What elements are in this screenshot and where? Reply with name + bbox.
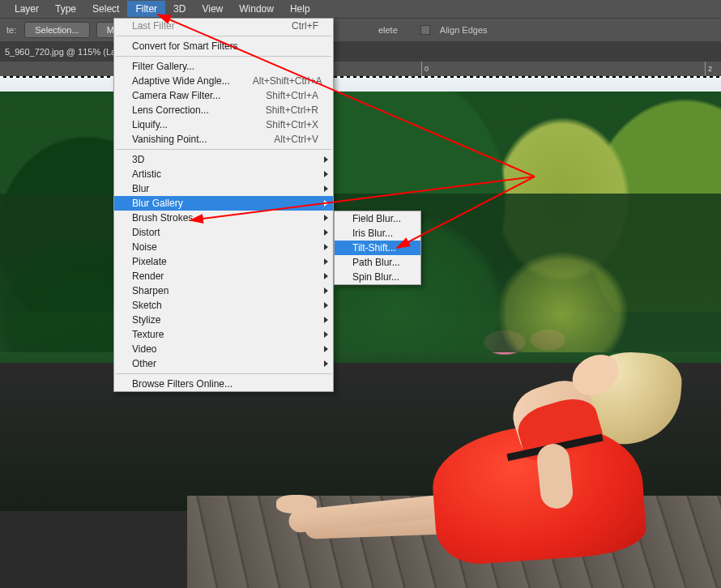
menu-item-convert-smart[interactable]: Convert for Smart Filters — [114, 39, 333, 53]
menu-item-liquify[interactable]: Liquify... Shift+Ctrl+X — [114, 117, 333, 132]
menu-item-texture[interactable]: Texture — [114, 327, 333, 342]
submenu-arrow-icon — [324, 331, 328, 338]
menu-item-last-filter[interactable]: Last Filter Ctrl+F — [114, 19, 333, 33]
align-edges-checkbox[interactable] — [420, 25, 430, 35]
menu-select[interactable]: Select — [84, 1, 127, 17]
ruler-horizontal: 0 2 — [0, 62, 721, 76]
menu-window[interactable]: Window — [231, 1, 282, 17]
menu-type[interactable]: Type — [47, 1, 84, 17]
menu-item-other[interactable]: Other — [114, 356, 333, 371]
toolbar-label-te: te: — [6, 25, 18, 35]
toolbar-label-delete: elete — [378, 25, 399, 35]
canvas[interactable]: 0 2 — [0, 62, 721, 588]
selection-button[interactable]: Selection... — [24, 22, 89, 38]
submenu-arrow-icon — [324, 244, 328, 250]
menu-help[interactable]: Help — [282, 1, 318, 17]
menu-item-artistic[interactable]: Artistic — [114, 167, 333, 181]
submenu-arrow-icon — [324, 229, 328, 236]
menu-item-brush-strokes[interactable]: Brush Strokes — [114, 211, 333, 225]
options-bar: te: Selection... Mask elete Align Edges — [0, 18, 721, 42]
submenu-arrow-icon — [324, 302, 328, 309]
submenu-arrow-icon — [324, 185, 328, 192]
menu-view[interactable]: View — [194, 1, 231, 17]
submenu-item-iris-blur[interactable]: Iris Blur... — [335, 226, 420, 241]
menu-item-vanishing-point[interactable]: Vanishing Point... Alt+Ctrl+V — [114, 132, 333, 147]
menu-item-pixelate[interactable]: Pixelate — [114, 254, 333, 269]
menubar: Layer Type Select Filter 3D View Window … — [0, 0, 721, 18]
submenu-item-path-blur[interactable]: Path Blur... — [335, 255, 420, 270]
menu-item-lens-correction[interactable]: Lens Correction... Shift+Ctrl+R — [114, 103, 333, 117]
filter-menu-dropdown: Last Filter Ctrl+F Convert for Smart Fil… — [113, 18, 334, 392]
menu-filter[interactable]: Filter — [127, 1, 165, 17]
menu-item-browse-filters-online[interactable]: Browse Filters Online... — [114, 377, 333, 391]
menu-3d[interactable]: 3D — [165, 1, 194, 17]
submenu-arrow-icon — [324, 273, 328, 279]
ruler-tick: 2 — [705, 62, 712, 76]
menu-layer[interactable]: Layer — [6, 1, 47, 17]
menu-item-sketch[interactable]: Sketch — [114, 298, 333, 313]
image-content — [0, 76, 721, 588]
ruler-tick: 0 — [421, 62, 429, 76]
submenu-arrow-icon — [324, 258, 328, 265]
submenu-arrow-icon — [324, 360, 328, 367]
submenu-arrow-icon — [324, 288, 328, 294]
menu-item-sharpen[interactable]: Sharpen — [114, 283, 333, 298]
menu-item-render[interactable]: Render — [114, 269, 333, 283]
menu-item-blur[interactable]: Blur — [114, 181, 333, 196]
menu-item-camera-raw[interactable]: Camera Raw Filter... Shift+Ctrl+A — [114, 88, 333, 103]
menu-item-blur-gallery[interactable]: Blur Gallery — [114, 196, 333, 211]
menu-item-noise[interactable]: Noise — [114, 240, 333, 254]
submenu-item-field-blur[interactable]: Field Blur... — [335, 211, 420, 226]
menu-item-filter-gallery[interactable]: Filter Gallery... — [114, 59, 333, 74]
blur-gallery-submenu: Field Blur... Iris Blur... Tilt-Shift...… — [334, 211, 421, 285]
submenu-item-spin-blur[interactable]: Spin Blur... — [335, 270, 420, 284]
align-edges-label: Align Edges — [440, 25, 489, 35]
submenu-arrow-icon — [324, 156, 328, 163]
document-tab[interactable]: 5_960_720.jpg @ 115% (La — [5, 47, 116, 57]
selection-marquee — [0, 76, 721, 78]
menu-item-3d[interactable]: 3D — [114, 152, 333, 167]
menu-item-stylize[interactable]: Stylize — [114, 313, 333, 327]
submenu-arrow-icon — [324, 215, 328, 221]
submenu-item-tilt-shift[interactable]: Tilt-Shift... — [335, 241, 420, 255]
menu-item-video[interactable]: Video — [114, 342, 333, 356]
menu-item-adaptive-wide-angle[interactable]: Adaptive Wide Angle... Alt+Shift+Ctrl+A — [114, 74, 333, 88]
submenu-arrow-icon — [324, 317, 328, 323]
submenu-arrow-icon — [324, 200, 328, 207]
menu-item-distort[interactable]: Distort — [114, 225, 333, 240]
submenu-arrow-icon — [324, 346, 328, 352]
document-tab-bar: 5_960_720.jpg @ 115% (La — [0, 42, 721, 62]
submenu-arrow-icon — [324, 171, 328, 177]
